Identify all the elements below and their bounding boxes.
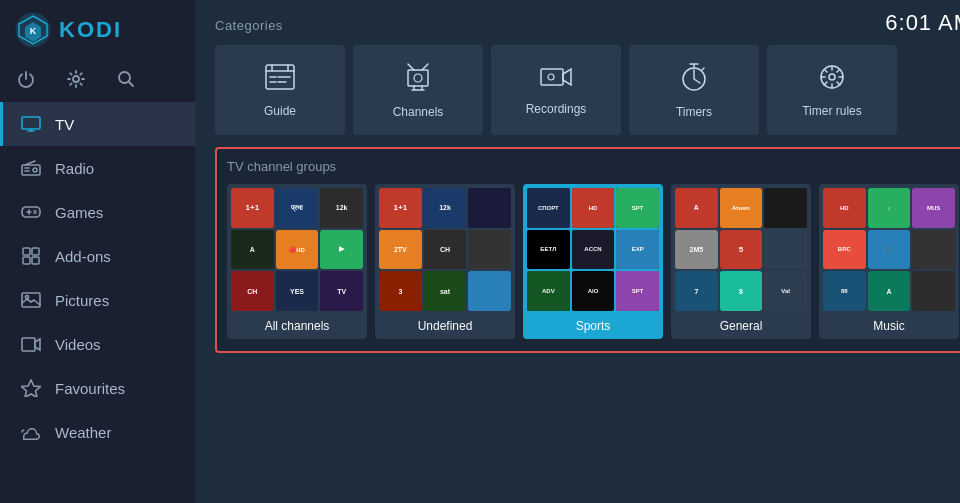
channel-groups-grid: 1+1 प्रभा 12k A 🔴HD ▶ CH YES TV All chan… [227,184,959,339]
timer-rules-icon [818,63,846,98]
tv-icon [21,114,41,134]
svg-point-8 [33,168,37,172]
ch-logo [764,188,807,228]
ch-logo: MUS [912,188,955,228]
categories-title: Categories [215,18,960,33]
category-guide[interactable]: Guide [215,45,345,135]
videos-icon [21,334,41,354]
categories-section: Categories Guide [195,0,960,147]
main-content: 6:01 AM Categories Guide [195,0,960,503]
radio-icon [21,158,41,178]
clock: 6:01 AM [885,10,960,36]
svg-marker-17 [22,380,41,397]
svg-rect-13 [32,257,39,264]
ch-logo: ♪ [868,188,911,228]
ch-logo: 🎵 [868,230,911,270]
svg-point-4 [73,76,79,82]
ch-logo: 7 [675,271,718,311]
ch-logo: TV [320,271,363,311]
channel-groups-title: TV channel groups [227,159,959,174]
group-tile-undefined[interactable]: 1+1 12k 2TV CH 3 sat Undefined [375,184,515,339]
sidebar-item-tv[interactable]: TV [0,102,195,146]
svg-point-22 [548,74,554,80]
svg-rect-16 [22,338,35,351]
sidebar-item-pictures[interactable]: Pictures [0,278,195,322]
sidebar-item-games[interactable]: Games [0,190,195,234]
channels-label: Channels [393,105,444,119]
svg-rect-6 [22,117,40,129]
sidebar-item-radio[interactable]: Radio [0,146,195,190]
recordings-label: Recordings [526,102,587,116]
timers-icon [680,62,708,99]
group-tile-general[interactable]: A Atwen 2M5 5 7 8 Val General [671,184,811,339]
channels-icon [404,62,432,99]
category-timer-rules[interactable]: Timer rules [767,45,897,135]
category-recordings[interactable]: Recordings [491,45,621,135]
ch-logo: 12k [424,188,467,228]
ch-logo [468,188,511,228]
sidebar-item-favourites[interactable]: Favourites [0,366,195,410]
ch-logo: 3 [379,271,422,311]
addons-icon [21,246,41,266]
ch-logo: 12k [320,188,363,228]
sidebar: K KODI [0,0,195,503]
ch-logo: AIO [572,271,615,311]
ch-logo: 5 [720,230,763,270]
ch-logo: 1+1 [379,188,422,228]
ch-logo [468,271,511,311]
svg-point-25 [829,74,835,80]
guide-label: Guide [264,104,296,118]
ch-logo [912,271,955,311]
ch-logo: СПОРТ [527,188,570,228]
all-channels-label: All channels [227,319,367,333]
svg-point-5 [119,72,130,83]
ch-logo: BRC [823,230,866,270]
search-button[interactable] [115,68,137,90]
favourites-icon [21,378,41,398]
ch-logo [468,230,511,270]
ch-logo: A [231,230,274,270]
svg-rect-12 [23,257,30,264]
group-tile-music[interactable]: HD ♪ MUS BRC 🎵 88 A Music [819,184,959,339]
ch-logo: SPT [616,271,659,311]
group-tile-all-channels[interactable]: 1+1 प्रभा 12k A 🔴HD ▶ CH YES TV All chan… [227,184,367,339]
ch-logo: 🔴HD [276,230,319,270]
sidebar-item-label-addons: Add-ons [55,248,111,265]
group-tile-sports[interactable]: СПОРТ HD SPT БЕТЛ ACCN EXP ADV AIO SPT S… [523,184,663,339]
sports-preview: СПОРТ HD SPT БЕТЛ ACCN EXP ADV AIO SPT [523,184,663,315]
settings-button[interactable] [65,68,87,90]
sports-label: Sports [523,319,663,333]
ch-logo: 2M5 [675,230,718,270]
ch-logo: ADV [527,271,570,311]
sidebar-item-videos[interactable]: Videos [0,322,195,366]
ch-logo: БЕТЛ [527,230,570,270]
ch-logo: HD [823,188,866,228]
ch-logo [764,230,807,270]
svg-rect-19 [408,70,428,86]
sidebar-item-label-videos: Videos [55,336,101,353]
svg-text:K: K [30,26,37,36]
timers-label: Timers [676,105,712,119]
category-timers[interactable]: Timers [629,45,759,135]
svg-point-15 [26,296,29,299]
category-channels[interactable]: Channels [353,45,483,135]
recordings-icon [540,65,572,96]
svg-rect-10 [23,248,30,255]
sidebar-item-label-pictures: Pictures [55,292,109,309]
guide-icon [264,63,296,98]
ch-logo: 8 [720,271,763,311]
sidebar-item-weather[interactable]: Weather [0,410,195,454]
games-icon [21,202,41,222]
sidebar-controls [0,60,195,102]
ch-logo: Val [764,271,807,311]
general-label: General [671,319,811,333]
power-button[interactable] [15,68,37,90]
ch-logo: HD [572,188,615,228]
weather-icon [21,422,41,442]
svg-rect-21 [541,69,563,85]
ch-logo: ▶ [320,230,363,270]
sidebar-item-addons[interactable]: Add-ons [0,234,195,278]
ch-logo: प्रभा [276,188,319,228]
ch-logo: YES [276,271,319,311]
sidebar-item-label-games: Games [55,204,103,221]
